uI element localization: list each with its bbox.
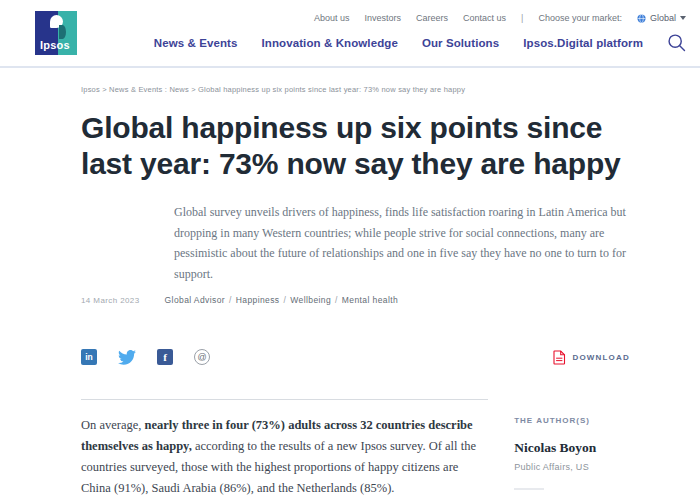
nav-our-solutions[interactable]: Our Solutions xyxy=(422,37,499,49)
article-body: On average, nearly three in four (73%) a… xyxy=(81,399,488,495)
download-label: DOWNLOAD xyxy=(572,353,630,362)
tag-list: Global Advisor/Happiness/Wellbeing/Menta… xyxy=(165,295,398,305)
tag-separator: / xyxy=(229,295,232,305)
twitter-icon[interactable] xyxy=(118,350,136,365)
header-nav-stack: About us Investors Careers Contact us | … xyxy=(154,13,686,52)
market-value: Global xyxy=(650,13,676,23)
logo-wordmark: Ipsos xyxy=(40,39,70,51)
tag-wellbeing[interactable]: Wellbeing xyxy=(290,295,331,305)
market-label: Choose your market: xyxy=(538,13,622,23)
pdf-icon xyxy=(553,350,566,365)
search-icon[interactable] xyxy=(667,33,686,52)
nav-careers[interactable]: Careers xyxy=(416,13,448,23)
author-name[interactable]: Nicolas Boyon xyxy=(514,440,630,456)
chevron-down-icon xyxy=(680,16,686,20)
article-meta: 14 March 2023 Global Advisor/Happiness/W… xyxy=(81,295,630,305)
nav-divider: | xyxy=(521,13,523,23)
logo-curl-shape xyxy=(59,25,66,39)
article-main: Ipsos > News & Events : News > Global ha… xyxy=(0,85,700,495)
authors-heading: THE AUTHOR(S) xyxy=(514,416,630,425)
tag-separator: / xyxy=(335,295,338,305)
body-text-start: On average, xyxy=(81,418,145,432)
market-selector[interactable]: Global xyxy=(637,13,686,23)
author-divider xyxy=(514,488,544,490)
download-link[interactable]: DOWNLOAD xyxy=(553,350,630,365)
tag-separator: / xyxy=(284,295,287,305)
site-header: Ipsos About us Investors Careers Contact… xyxy=(0,0,700,68)
share-row: in f @ DOWNLOAD xyxy=(81,349,630,365)
page: Ipsos About us Investors Careers Contact… xyxy=(0,0,700,495)
globe-icon xyxy=(637,14,646,23)
nav-news-events[interactable]: News & Events xyxy=(154,37,238,49)
tag-mental-health[interactable]: Mental health xyxy=(342,295,398,305)
ipsos-logo[interactable]: Ipsos xyxy=(35,11,77,55)
nav-ipsos-digital[interactable]: Ipsos.Digital platform xyxy=(523,37,643,49)
nav-contact-us[interactable]: Contact us xyxy=(463,13,506,23)
nav-about-us[interactable]: About us xyxy=(314,13,350,23)
content-row: On average, nearly three in four (73%) a… xyxy=(81,399,630,495)
tag-global-advisor[interactable]: Global Advisor xyxy=(165,295,225,305)
email-share-icon[interactable]: @ xyxy=(194,349,210,365)
utility-nav: About us Investors Careers Contact us | … xyxy=(154,13,686,23)
page-title: Global happiness up six points since las… xyxy=(81,110,630,182)
nav-investors[interactable]: Investors xyxy=(365,13,402,23)
article-standfirst: Global survey unveils drivers of happine… xyxy=(174,202,630,284)
linkedin-icon[interactable]: in xyxy=(81,349,97,365)
author-role: Public Affairs, US xyxy=(514,462,630,472)
share-icons: in f @ xyxy=(81,349,210,365)
authors-panel: THE AUTHOR(S) Nicolas Boyon Public Affai… xyxy=(514,399,630,495)
body-paragraph: On average, nearly three in four (73%) a… xyxy=(81,415,488,495)
breadcrumb[interactable]: Ipsos > News & Events : News > Global ha… xyxy=(81,85,630,94)
publish-date: 14 March 2023 xyxy=(81,296,140,305)
facebook-icon[interactable]: f xyxy=(157,349,173,365)
tag-happiness[interactable]: Happiness xyxy=(236,295,280,305)
nav-innovation-knowledge[interactable]: Innovation & Knowledge xyxy=(262,37,398,49)
main-nav: News & Events Innovation & Knowledge Our… xyxy=(154,33,686,52)
